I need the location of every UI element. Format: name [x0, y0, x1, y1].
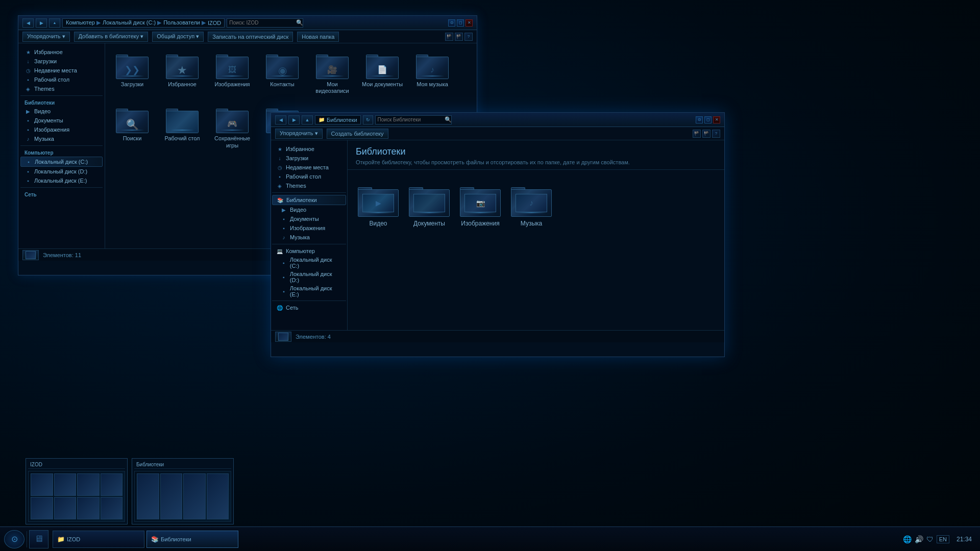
sidebar-item-cdrive-2[interactable]: ▪ Локальный диск (C:) [272, 256, 346, 270]
help-icon-1[interactable]: ? [464, 33, 473, 41]
file-item-downloads[interactable]: ❯❯ Загрузки [109, 47, 155, 97]
sidebar-item-favorites-2[interactable]: ★ Избранное [272, 144, 346, 154]
recent-icon-1: ◷ [24, 67, 32, 74]
volume-tray-icon[interactable]: 🔊 [915, 535, 923, 543]
sidebar-item-network-2[interactable]: 🌐 Сеть [272, 303, 346, 312]
help-icon-2[interactable]: ? [712, 130, 720, 138]
sidebar-item-computer-2[interactable]: 💻 Компьютер [272, 246, 346, 256]
sidebar-item-ddrive-2[interactable]: ▪ Локальный диск (D:) [272, 270, 346, 284]
sidebar-item-desktop-2[interactable]: ▪ Рабочий стол [272, 172, 346, 181]
maximize-btn-2[interactable]: ◻ [704, 116, 712, 123]
forward-btn-2[interactable]: ▶ [288, 115, 300, 124]
minimize-btn-2[interactable]: ⊙ [696, 116, 703, 123]
sidebar-item-images-2[interactable]: ▪ Изображения [272, 223, 346, 233]
file-item-documents[interactable]: 📄 Мои документы [359, 47, 405, 97]
taskbar-network-icon[interactable]: 🖥 [29, 530, 48, 548]
desktop-icon-2: ▪ [276, 173, 283, 180]
file-item-favorites[interactable]: ★ Избранное [159, 47, 205, 97]
file-item-search[interactable]: 🔍 Поиски [109, 102, 155, 152]
sidebar-item-recent-2[interactable]: ◷ Недавние места [272, 163, 346, 172]
star-icon-1: ★ [24, 48, 32, 56]
window-controls-1: ⊙ ◻ ✕ [448, 19, 473, 27]
create-library-btn[interactable]: Создать библиотеку [327, 129, 388, 139]
forward-btn-1[interactable]: ▶ [36, 18, 47, 28]
language-indicator[interactable]: EN [937, 535, 949, 543]
up-btn-1[interactable]: ▲ [49, 18, 60, 28]
sidebar-divider-w2-3 [272, 300, 346, 301]
sidebar-item-recent-1[interactable]: ◷ Недавние места [20, 66, 103, 75]
sidebar-item-edrive-1[interactable]: ▪ Локальный диск (E:) [20, 176, 103, 185]
organize-btn-2[interactable]: Упорядочить ▾ [275, 129, 323, 139]
sidebar-item-ddrive-1[interactable]: ▪ Локальный диск (D:) [20, 167, 103, 176]
preview-izod[interactable]: IZOD [26, 458, 128, 524]
sidebar-item-edrive-2[interactable]: ▪ Локальный диск (E:) [272, 284, 346, 298]
sidebar-item-docs-2[interactable]: ▪ Документы [272, 214, 346, 223]
sidebar-item-downloads-1[interactable]: ↓ Загрузки [20, 57, 103, 66]
add-library-btn-1[interactable]: Добавить в библиотеку ▾ [74, 32, 149, 42]
sidebar-item-images-1[interactable]: ▪ Изображения [20, 125, 103, 134]
taskbar-item-izod[interactable]: 📁 IZOD [53, 531, 144, 548]
folder-icon-contacts: ◉ [266, 51, 299, 79]
lib-item-video[interactable]: ▶ Видео [358, 182, 399, 227]
search-bar-2[interactable]: 🔍 [375, 115, 452, 124]
up-btn-2[interactable]: ▲ [302, 115, 313, 124]
sidebar-item-downloads-2[interactable]: ↓ Загрузки [272, 154, 346, 163]
taskbar-izod-label: IZOD [67, 536, 80, 542]
file-item-images[interactable]: 🖼 Изображения [209, 47, 255, 97]
sidebar-item-video-1[interactable]: ▶ Видео [20, 107, 103, 116]
sidebar-item-themes-1[interactable]: ◈ Themes [20, 84, 103, 93]
downloads-file-label: Загрузки [121, 81, 143, 88]
desktop-label-1: Рабочий стол [34, 77, 69, 83]
file-item-video[interactable]: 🎥 Мои видеозаписи [309, 47, 355, 97]
address-bar-1[interactable]: Компьютер Локальный диск (C:) Пользовате… [62, 18, 225, 28]
back-btn-2[interactable]: ◀ [275, 115, 286, 124]
share-btn-1[interactable]: Общий доступ ▾ [152, 32, 204, 42]
close-btn-2[interactable]: ✕ [713, 116, 720, 123]
lib-item-music[interactable]: ♪ Музыка [511, 182, 552, 227]
sidebar-item-libraries-2[interactable]: 📚 Библиотеки [272, 195, 346, 205]
sidebar-item-video-2[interactable]: ▶ Видео [272, 205, 346, 214]
sidebar-divider-1 [20, 95, 103, 96]
flag-icon-3: 🏴 [693, 130, 701, 138]
file-item-music[interactable]: ♪ Моя музыка [409, 47, 455, 97]
computer-icon-2: 💻 [276, 247, 283, 255]
security-tray-icon[interactable]: 🛡 [926, 535, 934, 543]
address-bar-2[interactable]: 📁 Библиотеки [315, 115, 361, 124]
titlebar-left-1: ◀ ▶ ▲ Компьютер Локальный диск (C:) Поль… [22, 18, 303, 28]
maximize-btn-1[interactable]: ◻ [457, 19, 464, 27]
new-folder-btn-1[interactable]: Новая папка [297, 32, 339, 42]
lib-item-documents[interactable]: Документы [409, 182, 450, 227]
organize-btn-1[interactable]: Упорядочить ▾ [22, 32, 70, 42]
sidebar-item-music-2[interactable]: ♪ Музыка [272, 233, 346, 242]
recent-label-1: Недавние места [34, 67, 77, 73]
network-tray-icon[interactable]: 🌐 [903, 535, 912, 543]
sidebar-item-desktop-1[interactable]: ▪ Рабочий стол [20, 75, 103, 84]
lib-item-images[interactable]: 📷 Изображения [460, 182, 501, 227]
preview-libraries[interactable]: Библиотеки [132, 458, 234, 524]
start-button[interactable]: ⊙ [4, 530, 24, 548]
minimize-btn-1[interactable]: ⊙ [448, 19, 455, 27]
search-input-2[interactable] [378, 117, 443, 122]
toolbar-2: Упорядочить ▾ Создать библиотеку 🏴 🏴 ? [271, 127, 724, 140]
file-item-games[interactable]: 🎮 Сохранённые игры [209, 102, 255, 152]
sidebar-item-docs-1[interactable]: ▪ Документы [20, 116, 103, 125]
crumb-users-1: Пользователи [163, 19, 206, 26]
downloads-label-2: Загрузки [286, 155, 308, 161]
favorites-file-label: Избранное [168, 81, 197, 88]
refresh-btn-2[interactable]: ↻ [363, 115, 373, 124]
search-input-1[interactable] [229, 20, 294, 26]
close-btn-1[interactable]: ✕ [465, 19, 473, 27]
downloads-label-1: Загрузки [34, 58, 57, 64]
back-btn-1[interactable]: ◀ [22, 18, 34, 28]
video-lib-label: Видео [369, 220, 387, 227]
sidebar-item-music-1[interactable]: ♪ Музыка [20, 134, 103, 143]
burn-btn-1[interactable]: Записать на оптический диск [208, 32, 293, 42]
search-bar-1[interactable]: 🔍 [227, 18, 303, 28]
file-item-contacts[interactable]: ◉ Контакты [259, 47, 305, 97]
folder-icon-search: 🔍 [116, 105, 149, 133]
sidebar-item-themes-2[interactable]: ◈ Themes [272, 181, 346, 190]
taskbar-item-libraries[interactable]: 📚 Библиотеки [146, 531, 238, 548]
sidebar-item-favorites-1[interactable]: ★ Избранное [20, 47, 103, 57]
sidebar-item-cdrive-1[interactable]: ▪ Локальный диск (C:) [20, 157, 103, 167]
file-item-desktop[interactable]: Рабочий стол [159, 102, 205, 152]
